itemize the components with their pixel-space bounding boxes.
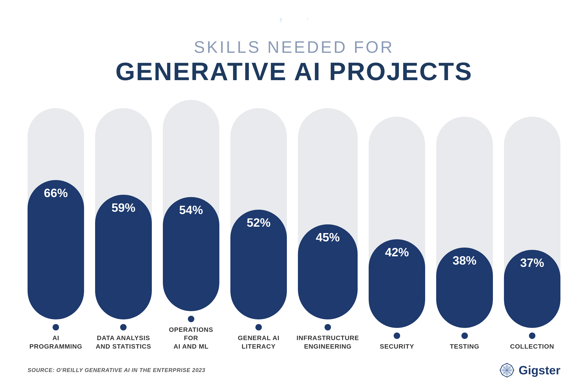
bar-percentage-infrastructure: 45% (316, 231, 340, 243)
chart-header: SKILLS NEEDED FOR GENERATIVE AI PROJECTS (116, 37, 473, 86)
bar-dot-collection (529, 332, 536, 339)
bar-track-operations: 54% (163, 100, 219, 311)
svg-marker-2 (280, 20, 282, 23)
bar-label-collection: COLLECTION (510, 342, 554, 351)
bar-label-infrastructure: INFRASTRUCTUREENGINEERING (296, 334, 359, 351)
bar-percentage-data-analysis: 59% (112, 202, 135, 214)
bar-track-security: 42% (369, 117, 425, 328)
bar-label-security: SECURITY (380, 342, 414, 351)
bar-label-data-analysis: DATA ANALYSISAND STATISTICS (96, 334, 151, 351)
bar-percentage-testing: 38% (453, 254, 476, 266)
bar-label-ai-programming: AIPROGRAMMING (30, 334, 82, 351)
bar-dot-data-analysis (120, 324, 126, 330)
logo-text: Gigster (519, 363, 560, 377)
chart-subtitle: SKILLS NEEDED FOR (116, 37, 473, 57)
chart-title: GENERATIVE AI PROJECTS (116, 57, 473, 86)
bar-fill-infrastructure: 45% (298, 224, 358, 320)
bar-label-testing: TESTING (450, 342, 479, 351)
bar-track-data-analysis: 59% (95, 108, 152, 320)
bar-column-testing: 38%TESTING (436, 117, 493, 351)
bar-fill-security: 42% (369, 239, 425, 328)
bar-dot-operations (188, 316, 194, 322)
svg-marker-3 (280, 20, 282, 22)
bar-fill-testing: 38% (436, 248, 493, 328)
source-text: SOURCE: O'REILLY GENERATIVE AI IN THE EN… (28, 367, 205, 374)
bar-column-collection: 37%COLLECTION (504, 117, 560, 351)
bar-percentage-operations: 54% (179, 204, 203, 216)
bar-fill-data-analysis: 59% (95, 195, 152, 320)
logo-container: Gigster (499, 362, 560, 378)
bar-fill-general-ai: 52% (230, 210, 287, 320)
bar-dot-security (394, 332, 400, 339)
bar-dot-ai-programming (52, 324, 59, 330)
bar-dot-general-ai (256, 324, 262, 330)
bar-percentage-general-ai: 52% (247, 216, 270, 228)
page-container: SKILLS NEEDED FOR GENERATIVE AI PROJECTS… (0, 0, 588, 392)
svg-marker-1 (280, 18, 282, 21)
bar-column-security: 42%SECURITY (369, 117, 425, 351)
bar-percentage-security: 42% (385, 246, 409, 258)
footer: SOURCE: O'REILLY GENERATIVE AI IN THE EN… (28, 355, 560, 378)
bar-track-infrastructure: 45% (298, 108, 358, 320)
bar-column-infrastructure: 45%INFRASTRUCTUREENGINEERING (298, 108, 358, 351)
bar-column-general-ai: 52%GENERAL AILITERACY (230, 108, 287, 351)
svg-marker-5 (307, 18, 308, 20)
bar-fill-collection: 37% (504, 250, 560, 328)
bar-track-collection: 37% (504, 117, 560, 328)
bar-percentage-collection: 37% (520, 257, 544, 269)
bar-fill-ai-programming: 66% (28, 180, 84, 320)
bar-track-ai-programming: 66% (28, 108, 84, 320)
bar-dot-testing (462, 332, 468, 339)
bar-track-general-ai: 52% (230, 108, 287, 320)
bar-column-ai-programming: 66%AIPROGRAMMING (28, 108, 84, 351)
bar-label-general-ai: GENERAL AILITERACY (238, 334, 279, 351)
bar-label-operations: OPERATIONS FORAI AND ML (163, 326, 219, 351)
bar-fill-operations: 54% (163, 197, 219, 311)
svg-marker-4 (306, 18, 308, 21)
bar-dot-infrastructure (324, 324, 331, 330)
gigster-logo-icon (499, 362, 515, 378)
chart-area: 66%AIPROGRAMMING59%DATA ANALYSISAND STAT… (28, 100, 560, 355)
bar-column-operations: 54%OPERATIONS FORAI AND ML (163, 100, 219, 351)
svg-marker-0 (280, 18, 283, 22)
bar-track-testing: 38% (436, 117, 493, 328)
bar-percentage-ai-programming: 66% (44, 187, 68, 199)
bar-column-data-analysis: 59%DATA ANALYSISAND STATISTICS (95, 108, 152, 351)
